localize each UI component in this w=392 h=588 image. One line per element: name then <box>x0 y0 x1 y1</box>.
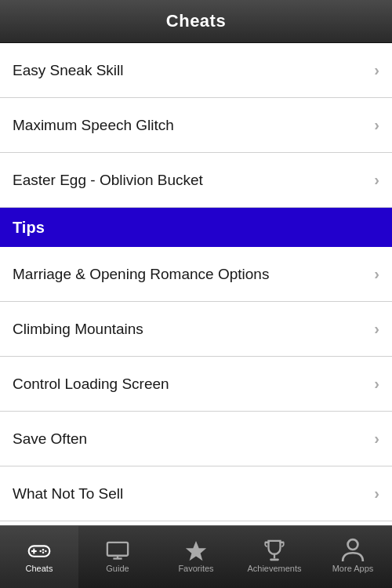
svg-point-5 <box>42 551 45 554</box>
chevron-right-icon: › <box>374 320 379 338</box>
list-item-max-speech[interactable]: Maximum Speech Glitch› <box>0 98 392 153</box>
list-item-save-often[interactable]: Save Often› <box>0 412 392 466</box>
tab-favorites[interactable]: Favorites <box>157 526 235 588</box>
tab-label-favorites: Favorites <box>178 564 213 573</box>
svg-point-13 <box>348 540 358 550</box>
tab-guide[interactable]: Guide <box>78 526 157 588</box>
star-icon <box>184 542 208 561</box>
list-item-climbing[interactable]: Climbing Mountains› <box>0 302 392 357</box>
svg-rect-12 <box>270 559 278 561</box>
tab-label-more-apps: More Apps <box>332 564 374 573</box>
svg-point-4 <box>45 550 47 552</box>
chevron-right-icon: › <box>374 485 379 503</box>
section-header-tips-header: Tips <box>0 208 392 247</box>
list-item-label: Marriage & Opening Romance Options <box>13 266 269 283</box>
list-item-easter-egg[interactable]: Easter Egg - Oblivion Bucket› <box>0 153 392 208</box>
section-header-label: Tips <box>13 219 45 237</box>
svg-point-3 <box>42 549 45 551</box>
header-title: Cheats <box>166 11 226 31</box>
list-item-label: Save Often <box>13 430 87 448</box>
list-item-what-not[interactable]: What Not To Sell› <box>0 466 392 521</box>
monitor-icon <box>106 542 129 561</box>
tab-bar: Cheats Guide Favorites Achievements More… <box>0 525 392 588</box>
list-item-control-loading[interactable]: Control Loading Screen› <box>0 357 392 412</box>
header: Cheats <box>0 0 392 43</box>
list-item-label: Easy Sneak Skill <box>13 62 124 79</box>
chevron-right-icon: › <box>374 265 379 283</box>
svg-rect-7 <box>107 543 128 556</box>
trophy-icon <box>263 542 286 561</box>
svg-point-6 <box>39 550 41 552</box>
list: Easy Sneak Skill›Maximum Speech Glitch›E… <box>0 43 392 525</box>
chevron-right-icon: › <box>374 116 379 134</box>
tab-label-guide: Guide <box>106 564 129 573</box>
person-icon <box>341 542 365 561</box>
list-item-label: Climbing Mountains <box>13 321 143 338</box>
tab-label-achievements: Achievements <box>247 564 301 573</box>
svg-marker-10 <box>186 541 206 561</box>
tab-more-apps[interactable]: More Apps <box>314 526 392 588</box>
list-item-label: What Not To Sell <box>13 485 123 503</box>
gamepad-icon <box>27 542 51 561</box>
list-item-label: Maximum Speech Glitch <box>13 117 174 134</box>
list-item-marriage[interactable]: Marriage & Opening Romance Options› <box>0 247 392 302</box>
chevron-right-icon: › <box>374 171 379 189</box>
list-item-label: Easter Egg - Oblivion Bucket <box>13 172 203 189</box>
list-item-label: Control Loading Screen <box>13 376 169 393</box>
tab-achievements[interactable]: Achievements <box>235 526 314 588</box>
chevron-right-icon: › <box>374 375 379 393</box>
tab-label-cheats: Cheats <box>26 564 53 573</box>
chevron-right-icon: › <box>374 61 379 79</box>
list-item-easy-sneak[interactable]: Easy Sneak Skill› <box>0 43 392 98</box>
tab-cheats[interactable]: Cheats <box>0 526 78 588</box>
chevron-right-icon: › <box>374 430 379 448</box>
